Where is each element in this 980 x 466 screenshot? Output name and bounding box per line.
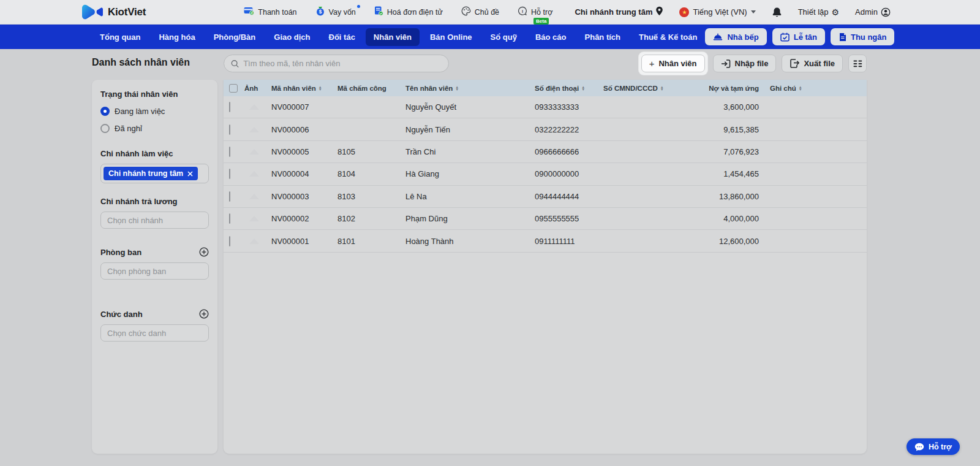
settings-label: Thiết lập <box>798 7 829 17</box>
timekeeping-code: 8103 <box>337 192 405 201</box>
table-row[interactable]: NV000005 8105 Trần Chi 0966666666 7,076,… <box>224 141 867 163</box>
employee-name: Trần Chi <box>405 147 535 156</box>
status-resigned-label: Đã nghỉ <box>115 124 142 133</box>
nav-so-quy[interactable]: Sổ quỹ <box>483 28 525 46</box>
nav-bao-cao[interactable]: Báo cáo <box>527 28 575 46</box>
column-settings-button[interactable] <box>848 55 867 72</box>
user-menu[interactable]: Admin <box>855 7 891 17</box>
nav-ban-online[interactable]: Bán Online <box>422 28 480 46</box>
department-select[interactable] <box>100 262 209 280</box>
brand-name: KiotViet <box>108 6 146 18</box>
sort-icon[interactable] <box>799 86 802 91</box>
employee-name: Hoàng Thành <box>405 237 535 246</box>
employee-code: NV000005 <box>271 147 337 156</box>
nav-phan-tich[interactable]: Phân tích <box>577 28 629 46</box>
settings-link[interactable]: Thiết lập ⚙ <box>798 7 839 17</box>
chevron-down-icon <box>751 10 756 13</box>
vietnam-flag-icon: ★ <box>679 7 689 17</box>
col-debt: Nợ và tạm ứng <box>707 85 763 92</box>
department-input[interactable] <box>107 267 202 276</box>
employee-debt: 13,860,000 <box>707 192 763 201</box>
palette-icon <box>461 6 471 18</box>
support-label: Hỗ trợ <box>929 443 952 451</box>
row-checkbox[interactable] <box>229 236 230 246</box>
remove-chip-icon[interactable] <box>187 171 193 177</box>
chat-help-icon: i <box>518 6 527 18</box>
export-file-button[interactable]: Xuất file <box>782 55 843 72</box>
nav-giao-dich[interactable]: Giao dịch <box>266 28 318 46</box>
help-link[interactable]: i Hỗ trợ Beta <box>518 6 552 18</box>
row-checkbox[interactable] <box>229 102 230 112</box>
current-branch[interactable]: Chi nhánh trung tâm <box>575 6 663 18</box>
work-branch-select[interactable]: Chi nhánh trung tâm <box>100 164 209 183</box>
table-row[interactable]: NV000003 8103 Lê Na 0944444444 13,860,00… <box>224 186 867 208</box>
col-name[interactable]: Tên nhân viên <box>405 85 535 92</box>
nav-phong-ban[interactable]: Phòng/Bàn <box>206 28 264 46</box>
sort-icon[interactable] <box>318 86 322 91</box>
nav-doi-tac[interactable]: Đối tác <box>321 28 363 46</box>
col-timecode: Mã chấm công <box>337 85 405 92</box>
pay-branch-select[interactable] <box>100 212 209 229</box>
cashier-button[interactable]: Thu ngân <box>831 28 895 45</box>
employee-table-panel: Ảnh Mã nhân viên Mã chấm công Tên nhân v… <box>224 80 867 454</box>
col-phone[interactable]: Số điện thoại <box>535 85 603 92</box>
add-employee-button[interactable]: + Nhân viên <box>641 55 705 72</box>
table-row[interactable]: NV000007 Nguyễn Quyết 0933333333 3,600,0… <box>224 96 867 118</box>
work-branch-title: Chi nhánh làm việc <box>100 149 209 158</box>
radio-selected-icon <box>100 107 110 116</box>
employee-code: NV000002 <box>271 214 337 223</box>
import-icon <box>721 59 731 68</box>
import-file-label: Nhập file <box>735 59 769 68</box>
row-checkbox[interactable] <box>229 213 230 224</box>
add-position-icon[interactable] <box>199 309 209 319</box>
pay-branch-input[interactable] <box>107 216 202 225</box>
nav-tong-quan[interactable]: Tổng quan <box>92 28 148 46</box>
col-note[interactable]: Ghi chú <box>763 85 867 92</box>
add-department-icon[interactable] <box>199 247 209 257</box>
employee-code: NV000003 <box>271 192 337 201</box>
reception-button[interactable]: Lễ tân <box>772 28 825 45</box>
table-row[interactable]: NV000006 Nguyễn Tiến 0322222222 9,615,38… <box>224 118 867 140</box>
import-file-button[interactable]: Nhập file <box>713 55 777 72</box>
nav-thue-ke-toan[interactable]: Thuế & Kế toán <box>631 28 705 46</box>
status-option-resigned[interactable]: Đã nghỉ <box>100 124 209 133</box>
status-option-working[interactable]: Đang làm việc <box>100 107 209 116</box>
theme-link[interactable]: Chủ đề <box>461 6 499 18</box>
language-selector[interactable]: ★ Tiếng Việt (VN) <box>679 7 755 17</box>
support-float-button[interactable]: Hỗ trợ <box>907 438 960 455</box>
e-invoice-link[interactable]: Hoá đơn điện tử <box>374 6 443 18</box>
timekeeping-code: 8105 <box>337 147 405 156</box>
table-row[interactable]: NV000002 8102 Phạm Dũng 0955555555 4,000… <box>224 208 867 230</box>
kiotviet-logo[interactable]: KiotViet <box>81 4 146 20</box>
theme-label: Chủ đề <box>475 8 499 17</box>
search-input[interactable] <box>243 59 442 68</box>
employee-code: NV000007 <box>271 102 337 112</box>
user-icon <box>881 7 891 17</box>
user-name: Admin <box>855 7 878 17</box>
beta-badge: Beta <box>533 18 549 25</box>
loan-link[interactable]: $ Vay vốn <box>315 6 356 18</box>
sort-icon[interactable] <box>455 86 459 91</box>
table-row[interactable]: NV000004 8104 Hà Giang 0900000000 1,454,… <box>224 163 867 185</box>
col-cmnd[interactable]: Số CMND/CCCD <box>603 85 707 92</box>
sort-icon[interactable] <box>581 86 585 91</box>
row-checkbox[interactable] <box>229 169 230 179</box>
select-all-checkbox[interactable] <box>229 84 238 93</box>
nav-hang-hoa[interactable]: Hàng hóa <box>151 28 203 46</box>
table-row[interactable]: NV000001 8101 Hoàng Thành 0911111111 12,… <box>224 230 867 252</box>
position-input[interactable] <box>107 329 202 338</box>
col-code[interactable]: Mã nhân viên <box>271 85 337 92</box>
payments-link[interactable]: đ Thanh toán <box>244 7 296 17</box>
employee-search[interactable] <box>224 55 449 72</box>
support-chat-icon <box>914 443 924 451</box>
nav-nhan-vien[interactable]: Nhân viên <box>366 28 420 46</box>
employee-phone: 0933333333 <box>535 102 603 112</box>
row-checkbox[interactable] <box>229 124 230 135</box>
sort-icon[interactable] <box>660 86 664 91</box>
row-checkbox[interactable] <box>229 147 230 157</box>
notifications-bell[interactable] <box>772 7 782 18</box>
row-checkbox[interactable] <box>229 191 230 202</box>
kitchen-button[interactable]: Nhà bếp <box>705 28 766 45</box>
pay-branch-title: Chi nhánh trả lương <box>100 197 209 206</box>
position-select[interactable] <box>100 324 209 342</box>
